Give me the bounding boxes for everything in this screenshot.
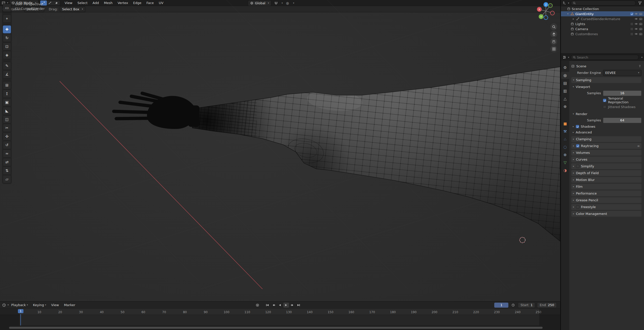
tool-smooth[interactable]: ≈ [3, 150, 11, 158]
section-grease-pencil[interactable]: ▸ Grease Pencil [571, 197, 641, 203]
section-depth-of-field[interactable]: ▸ Depth of Field [571, 170, 641, 176]
presets-menu-icon[interactable]: ≡ [637, 145, 640, 148]
menu-timeline-view[interactable]: View [49, 302, 61, 308]
tab-constraints[interactable]: ⊗ [561, 151, 569, 158]
timeline-tracks[interactable] [0, 315, 560, 326]
tab-object[interactable]: ■ [561, 120, 569, 127]
eye-icon[interactable] [634, 22, 638, 26]
timeline-scrollbar[interactable] [0, 325, 560, 330]
expand-icon[interactable]: ▸ [572, 18, 575, 20]
tab-render[interactable]: ◎ [561, 72, 569, 79]
section-freestyle[interactable]: ▸ Freestyle [571, 204, 641, 210]
section-raytracing[interactable]: ▸ Raytracing ≡ [571, 143, 641, 149]
section-motion-blur[interactable]: ▸ Motion Blur [571, 177, 641, 183]
tool-scale[interactable]: ⊡ [3, 42, 11, 51]
tool-rotate[interactable]: ↻ [3, 34, 11, 42]
properties-search-input[interactable] [577, 56, 637, 59]
prev-keyframe-button[interactable] [271, 303, 276, 308]
tab-tool[interactable]: ⚙ [561, 64, 569, 71]
outliner-row-armature[interactable]: ▸ CursedSlenderArmature [561, 16, 644, 21]
play-reverse-button[interactable] [277, 303, 283, 308]
camera-view-button[interactable] [550, 38, 557, 45]
tool-shear[interactable]: ▱ [3, 175, 11, 183]
tab-scene[interactable]: △ [561, 95, 569, 102]
playhead-label[interactable]: 1 [18, 309, 23, 313]
tool-spin[interactable]: ↺ [3, 141, 11, 149]
tool-knife[interactable]: ✂ [3, 124, 11, 132]
properties-options-dropdown[interactable]: ▾ [641, 56, 642, 59]
tab-physics[interactable]: ◌ [561, 144, 569, 151]
subsection-render[interactable]: ▾ Render [571, 111, 641, 117]
tool-annotate[interactable]: ✎ [3, 62, 11, 70]
outliner-row-camera[interactable]: Camera [561, 26, 644, 31]
subsection-viewport[interactable]: ▾ Viewport [571, 84, 641, 90]
viewport-samples-field[interactable]: 16 [603, 90, 641, 96]
gizmo-x-neg[interactable] [550, 12, 554, 15]
subsection-shadows[interactable]: ▸ Shadows [571, 124, 641, 129]
scrollbar-thumb[interactable] [9, 327, 543, 329]
ortho-toggle-button[interactable] [550, 45, 557, 52]
timeline-editor-type-button[interactable]: ▾ [2, 302, 9, 308]
outliner-row-lights[interactable]: Lights [561, 21, 644, 26]
camera-icon[interactable] [639, 12, 642, 16]
outliner-row-giantentity[interactable]: ▾ GiantEntity [561, 11, 644, 16]
shadows-checkbox[interactable] [576, 125, 579, 128]
camera-icon[interactable] [639, 17, 642, 21]
jump-to-start-button[interactable] [264, 303, 270, 308]
tab-particles[interactable]: ∴ [561, 136, 569, 143]
start-frame-field[interactable]: Start 1 [518, 302, 535, 308]
menu-marker[interactable]: Marker [61, 302, 78, 308]
expand-icon[interactable]: ▾ [566, 13, 569, 15]
tool-measure[interactable]: ∡ [3, 70, 11, 78]
timeline-body[interactable]: 10 20 30 40 50 60 70 80 90 100 110 120 1… [0, 309, 560, 325]
breadcrumb-scene[interactable]: Scene [576, 64, 586, 68]
eye-icon[interactable] [634, 17, 638, 21]
jump-to-end-button[interactable] [296, 303, 301, 308]
tab-output[interactable]: ▤ [561, 80, 569, 87]
tool-shrink-fatten[interactable]: ⇅ [3, 167, 11, 175]
auto-keying-button[interactable] [255, 303, 260, 308]
navigation-gizmo[interactable]: Z X Y [535, 12, 558, 24]
preview-range-button[interactable] [510, 303, 516, 308]
tool-loop-cut[interactable]: ◫ [3, 115, 11, 123]
eye-icon[interactable] [634, 27, 638, 31]
next-keyframe-button[interactable] [290, 303, 295, 308]
outliner-search[interactable] [571, 1, 636, 6]
section-sampling[interactable]: ▾ Sampling [571, 77, 641, 83]
properties-search[interactable] [571, 55, 639, 60]
section-color-management[interactable]: ▸ Color Management [571, 211, 641, 217]
current-frame-field[interactable]: 1 [494, 303, 508, 308]
section-clamping[interactable]: ▸ Clamping [571, 136, 641, 142]
subsection-advanced[interactable]: ▸ Advanced [571, 129, 641, 135]
tab-material[interactable]: ◑ [561, 167, 569, 174]
tool-inset-faces[interactable]: ▣ [3, 98, 11, 106]
section-performance[interactable]: ▸ Performance [571, 191, 641, 196]
menu-playback[interactable]: Playback▾ [9, 302, 31, 308]
exclude-checkbox[interactable] [630, 32, 633, 36]
pan-button[interactable] [550, 31, 557, 37]
temporal-reprojection-checkbox[interactable] [603, 99, 606, 102]
frame-ruler[interactable]: 10 20 30 40 50 60 70 80 90 100 110 120 1… [0, 309, 560, 315]
eye-icon[interactable] [634, 12, 638, 16]
outliner-row-custombones[interactable]: CustomBones [561, 31, 644, 36]
tool-transform[interactable]: ◈ [3, 51, 11, 59]
selectable-checkbox[interactable] [630, 12, 633, 16]
tab-object-data[interactable]: ▽ [561, 159, 569, 166]
playhead-line[interactable] [20, 314, 21, 325]
tool-bevel[interactable]: ◣ [3, 107, 11, 115]
tool-edge-slide[interactable]: ⇄ [3, 158, 11, 166]
outliner-row-scene-collection[interactable]: Scene Collection [561, 6, 644, 11]
section-film[interactable]: ▸ Film [571, 184, 641, 190]
tab-world[interactable]: ⊕ [561, 103, 569, 110]
tool-add-cube[interactable]: ⊞ [3, 81, 11, 89]
eye-icon[interactable] [634, 32, 638, 36]
exclude-checkbox[interactable] [630, 27, 633, 31]
section-simplify[interactable]: ▸ Simplify [571, 163, 641, 169]
end-frame-field[interactable]: End 250 [537, 302, 557, 308]
tool-poly-build[interactable]: ✣ [3, 132, 11, 140]
camera-icon[interactable] [639, 22, 642, 26]
render-samples-field[interactable]: 64 [603, 118, 641, 123]
zoom-button[interactable] [550, 23, 557, 30]
viewport-3d[interactable]: User Perspective (1) CursedSlender ▭ ⌖ ✚… [0, 12, 560, 301]
jittered-shadows-checkbox[interactable] [603, 105, 606, 109]
